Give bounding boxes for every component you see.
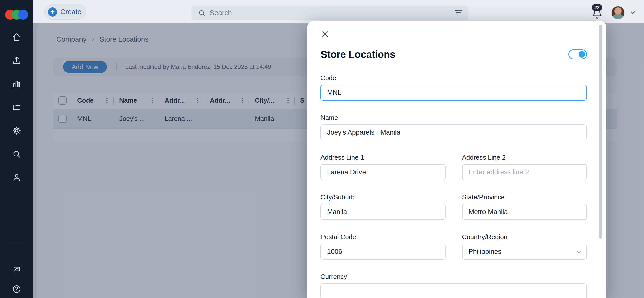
avatar[interactable] [611, 6, 625, 19]
toggle-knob [579, 51, 585, 58]
address2-label: Address Line 2 [462, 154, 587, 161]
postal-code-label: Postal Code [320, 233, 446, 241]
city-label: City/Suburb [320, 193, 446, 201]
city-field[interactable] [320, 204, 446, 220]
code-label: Code [320, 74, 587, 82]
sidebar-item-files[interactable] [11, 102, 22, 112]
notification-badge: 22 [592, 4, 602, 11]
name-field[interactable] [320, 124, 587, 140]
filter-icon[interactable] [455, 10, 462, 15]
folder-icon [12, 102, 21, 112]
state-field[interactable] [462, 204, 587, 220]
currency-label: Currency [320, 273, 587, 280]
close-button[interactable] [320, 30, 330, 39]
sidebar-item-home[interactable] [11, 32, 22, 42]
country-select[interactable] [462, 244, 587, 260]
app-logo [3, 10, 31, 20]
sidebar-item-settings[interactable] [11, 126, 22, 135]
home-icon [12, 32, 21, 42]
logo-dot-blue [18, 10, 28, 20]
sidebar-item-user[interactable] [11, 173, 22, 182]
plus-icon: + [48, 7, 57, 17]
bar-chart-icon [12, 79, 21, 89]
notifications-button[interactable]: 22 [590, 4, 604, 21]
address1-label: Address Line 1 [320, 154, 446, 161]
gear-icon [12, 126, 21, 135]
currency-field[interactable] [320, 283, 587, 298]
user-icon [12, 173, 21, 182]
state-label: State/Province [462, 193, 587, 201]
create-button-label: Create [60, 8, 82, 16]
sidebar-item-upload[interactable] [11, 56, 22, 65]
code-field[interactable] [320, 85, 587, 101]
top-bar: + Create 22 [33, 0, 644, 23]
drawer-scrollbar[interactable] [599, 25, 602, 294]
sidebar-item-search[interactable] [11, 149, 22, 159]
sidebar-divider [5, 243, 28, 243]
active-toggle[interactable] [568, 49, 587, 59]
name-label: Name [320, 114, 587, 121]
global-search[interactable] [191, 6, 468, 20]
country-label: Country/Region [462, 233, 587, 241]
address1-field[interactable] [320, 164, 446, 180]
location-form: Code Name Address Line 1 Address Line 2 … [320, 74, 587, 298]
postal-code-field[interactable] [320, 244, 446, 260]
sidebar-item-analytics[interactable] [11, 79, 22, 89]
sidebar-item-roadmap[interactable] [11, 265, 22, 275]
chevron-down-icon [629, 9, 636, 16]
search-input[interactable] [210, 9, 451, 17]
close-icon [321, 30, 329, 38]
sidebar-item-help[interactable] [11, 284, 22, 294]
profile-menu-button[interactable] [629, 9, 636, 16]
upload-icon [12, 56, 21, 65]
drawer-title: Store Locations [320, 49, 395, 60]
store-locations-drawer: Store Locations Code Name Address Line 1… [307, 21, 606, 298]
search-icon [198, 9, 206, 17]
country-field[interactable] [462, 244, 587, 260]
address2-field[interactable] [462, 164, 587, 180]
sidebar [0, 0, 33, 298]
create-button[interactable]: + Create [44, 4, 86, 20]
search-icon [12, 149, 21, 159]
help-icon [12, 284, 21, 294]
scrollbar-thumb[interactable] [599, 25, 602, 239]
roadmap-icon [12, 265, 21, 275]
